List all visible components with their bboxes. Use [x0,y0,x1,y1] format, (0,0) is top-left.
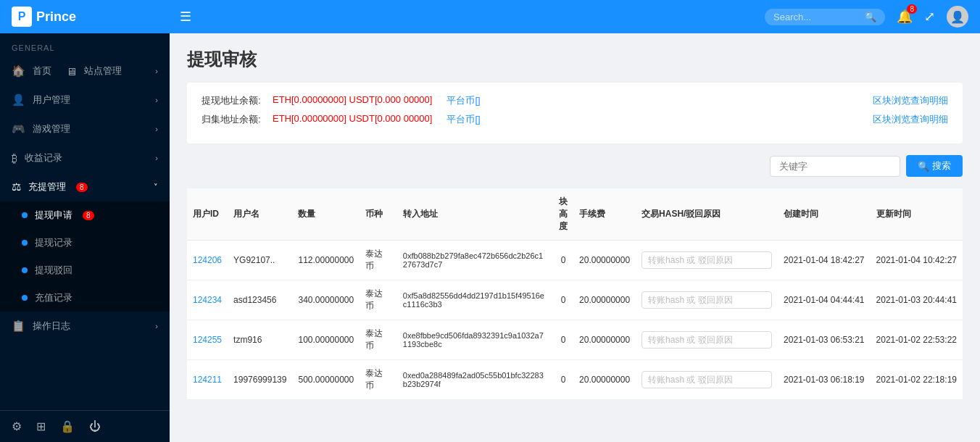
header-search-box: 🔍 [765,9,885,25]
user-chevron: › [155,96,158,104]
col-fee: 手续费 [573,188,636,241]
cell-user-id[interactable]: 124234 [187,280,228,320]
cell-hash[interactable] [636,280,778,320]
income-chevron: › [155,154,158,162]
lock-icon[interactable]: 🔒 [60,420,75,433]
withdraw-address-link[interactable]: 区块浏览查询明细 [873,94,948,107]
cell-address: 0xe8fbbe9cd506fda8932391c9a1032a71193cbe… [397,320,553,360]
sidebar-item-deposit[interactable]: ⚖ 充提管理 8 ˅ [0,172,170,201]
cell-block-height: 0 [553,360,573,400]
sidebar: GENERAL 🏠 首页 🖥 站点管理 › 👤 用户管理 › 🎮 游戏管理 › … [0,33,170,442]
sidebar-item-user[interactable]: 👤 用户管理 › [0,86,170,114]
withdraw-address-label: 提现地址余额: [202,94,267,107]
oplog-chevron: › [155,322,158,330]
dot-icon-3 [22,267,28,273]
bell-badge: 8 [907,4,917,14]
aggregate-address-value: ETH[0.00000000] USDT[0.000 00000] [273,113,432,124]
power-icon[interactable]: ⏻ [89,420,101,433]
cell-coin: 泰达币 [360,241,397,280]
cell-amount: 500.00000000 [292,360,360,400]
col-address: 转入地址 [397,188,553,241]
cell-updated: 2021-01-04 10:42:27 [871,241,963,280]
page-title: 提现审核 [187,48,963,71]
settings-icon[interactable]: ⚙ [12,420,22,433]
site-chevron: › [155,67,158,75]
withdraw-address-row: 提现地址余额: ETH[0.00000000] USDT[0.000 00000… [202,94,948,107]
withdraw-platform-value: 平台币[] [447,94,480,107]
sidebar-sub-withdraw-reject[interactable]: 提现驳回 [0,257,170,284]
content-area: 提现审核 提现地址余额: ETH[0.00000000] USDT[0.000 … [170,33,980,442]
cell-amount: 112.00000000 [292,241,360,280]
sidebar-sub-withdraw-apply[interactable]: 提现申请 8 [0,201,170,229]
header-right: 🔍 🔔 8 ⤢ 👤 [765,6,968,28]
deposit-section-label: 充提管理 [28,180,66,193]
aggregate-platform-value: 平台币[] [447,113,480,126]
dot-icon [22,212,28,218]
cell-coin: 泰达币 [360,320,397,360]
search-btn-label: 搜索 [932,159,951,172]
cell-created: 2021-01-03 06:53:21 [778,320,870,360]
sidebar-sub-deposit-record[interactable]: 充值记录 [0,284,170,312]
col-amount: 数量 [292,188,360,241]
cell-username: 19976999139 [228,360,292,400]
clipboard-icon: 📋 [12,320,25,333]
expand-icon[interactable]: ⤢ [924,9,935,25]
hamburger-icon[interactable]: ☰ [180,9,191,25]
col-hash: 交易HASH/驳回原因 [636,188,778,241]
deposit-record-label: 充值记录 [35,291,72,304]
sidebar-item-game[interactable]: 🎮 游戏管理 › [0,114,170,143]
cell-username: asd123456 [228,280,292,320]
cell-username: tzm916 [228,320,292,360]
cell-user-id[interactable]: 124255 [187,320,228,360]
col-user-id: 用户ID [187,188,228,241]
search-btn-icon: 🔍 [918,161,929,172]
col-created: 创建时间 [778,188,870,241]
sidebar-sub-withdraw-record[interactable]: 提现记录 [0,229,170,257]
cell-created: 2021-01-03 06:18:19 [778,360,870,400]
scale-icon: ⚖ [12,180,21,193]
sidebar-income-label: 收益记录 [25,151,62,164]
oplog-label: 操作日志 [33,320,70,333]
withdraw-record-label: 提现记录 [35,236,72,249]
cell-fee: 20.00000000 [573,280,636,320]
home-icon: 🏠 [12,64,25,78]
withdraw-apply-badge: 8 [83,211,94,220]
cell-user-id[interactable]: 124206 [187,241,228,280]
deposit-badge: 8 [76,183,88,192]
sidebar-item-home[interactable]: 🏠 首页 🖥 站点管理 › [0,57,170,86]
cell-hash[interactable] [636,360,778,400]
keyword-input[interactable] [770,156,900,177]
cell-address: 0xfb088b2b279fa8ec472b656dc2b26c127673d7… [397,241,553,280]
header-search-icon[interactable]: 🔍 [865,12,876,22]
withdraw-apply-label: 提现申请 [35,209,72,222]
aggregate-address-link[interactable]: 区块浏览查询明细 [873,113,948,126]
table-row: 124211 19976999139 500.00000000 泰达币 0xed… [187,360,963,400]
cell-user-id[interactable]: 124211 [187,360,228,400]
grid-icon[interactable]: ⊞ [36,420,46,433]
deposit-chevron: ˅ [154,183,158,192]
sidebar-item-oplog[interactable]: 📋 操作日志 › [0,312,170,341]
monitor-icon: 🖥 [66,65,77,78]
search-button[interactable]: 🔍 搜索 [906,155,963,177]
cell-block-height: 0 [553,320,573,360]
cell-created: 2021-01-04 04:44:41 [778,280,870,320]
table-row: 124234 asd123456 340.00000000 泰达币 0xf5a8… [187,280,963,320]
app-name: Prince [36,9,76,25]
col-username: 用户名 [228,188,292,241]
header-search-input[interactable] [773,12,860,22]
sidebar-bottom: ⚙ ⊞ 🔒 ⏻ [0,410,170,442]
top-header: P Prince ☰ 🔍 🔔 8 ⤢ 👤 [0,0,980,33]
cell-hash[interactable] [636,320,778,360]
aggregate-address-row: 归集地址余额: ETH[0.00000000] USDT[0.000 00000… [202,113,948,126]
avatar[interactable]: 👤 [947,6,968,28]
cell-fee: 20.00000000 [573,360,636,400]
cell-updated: 2021-01-03 20:44:41 [871,280,963,320]
cell-hash[interactable] [636,241,778,280]
sidebar-section-label: GENERAL [0,33,170,57]
cell-updated: 2021-01-02 22:18:19 [871,360,963,400]
sidebar-item-income[interactable]: ₿ 收益记录 › [0,143,170,172]
cell-address: 0xed0a288489fa2ad05c55b01bfc32283b23b297… [397,360,553,400]
bell-icon-wrap[interactable]: 🔔 8 [897,9,913,25]
cell-coin: 泰达币 [360,280,397,320]
user-icon: 👤 [12,93,25,107]
